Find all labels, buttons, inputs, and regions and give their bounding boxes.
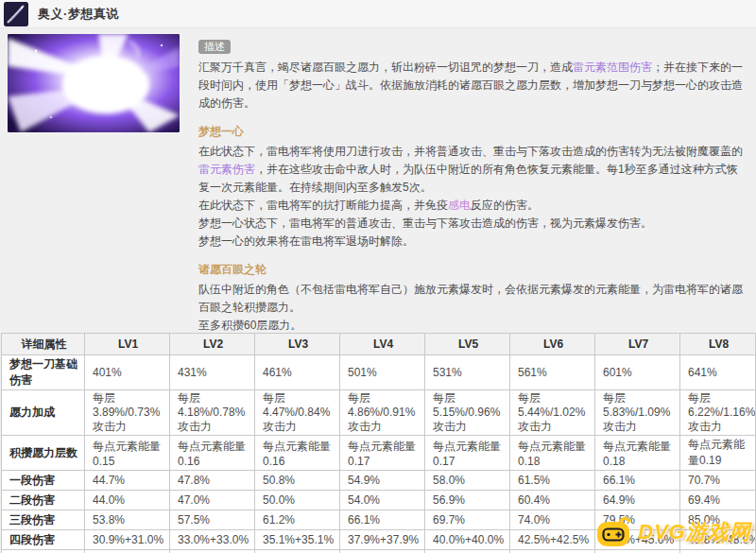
- burst-skill-icon: [4, 2, 28, 26]
- stat-cell: 每层5.15%/0.96% 攻击力: [425, 390, 510, 436]
- row-label: 五段伤害: [2, 550, 85, 553]
- stat-cell: 每点元素能量0.19: [680, 436, 756, 471]
- column-header: LV7: [595, 334, 680, 355]
- table-row: 一段伤害 44.7% 47.8% 50.8% 54.9% 58.0% 61.5%…: [2, 471, 756, 491]
- table-row: 五段伤害 73.9% 79.0% 84.0% 90.8% 95.8% 101.7…: [2, 550, 756, 553]
- stat-cell: 58.0%: [425, 471, 510, 491]
- skill-header: 奥义·梦想真说: [0, 0, 756, 28]
- stat-cell: 85.0%: [680, 510, 756, 530]
- stat-cell: 79.0%: [170, 550, 255, 553]
- stat-cell: 90.8%: [340, 550, 425, 553]
- stat-cell: 66.1%: [595, 471, 680, 491]
- stat-cell: 每点元素能量0.18: [595, 436, 680, 471]
- stat-cell: 74.0%: [510, 510, 595, 530]
- musou-isshin-paragraph: 在此状态下，雷电将军将使用刀进行攻击，并将普通攻击、重击与下落攻击造成的伤害转为…: [198, 143, 748, 197]
- stat-cell: 109.2%: [595, 550, 680, 553]
- stat-cell: 60.4%: [510, 491, 595, 510]
- stat-cell: 64.9%: [595, 491, 680, 510]
- stat-cell: 531%: [425, 355, 510, 390]
- stat-cell: 70.7%: [680, 471, 756, 491]
- description-badge: 描述: [198, 40, 231, 54]
- stat-cell: 47.0%: [170, 491, 255, 510]
- stat-cell: 每层5.83%/1.09% 攻击力: [595, 390, 680, 436]
- column-header: LV3: [255, 334, 340, 355]
- stat-cell: 56.9%: [425, 491, 510, 510]
- desc-text: ，并在这些攻击命中敌人时，为队伍中附近的所有角色恢复元素能量。每1秒至多通过这种…: [198, 163, 738, 194]
- column-header: LV5: [425, 334, 510, 355]
- table-row: 梦想一刀基础伤害 401% 431% 461% 501% 531% 561% 6…: [2, 355, 756, 390]
- stat-cell: 601%: [595, 355, 680, 390]
- stat-cell: 116.9%: [680, 550, 756, 553]
- column-header: LV4: [340, 334, 425, 355]
- stat-cell: 每点元素能量0.17: [340, 436, 425, 471]
- stat-cell: 每层3.89%/0.73% 攻击力: [85, 390, 170, 436]
- desc-paragraph: 汇聚万千真言，竭尽诸愿百眼之愿力，斩出粉碎一切诅咒的梦想一刀，造成雷元素范围伤害…: [198, 59, 748, 112]
- desc-text: 在此状态下，雷电将军将使用刀进行攻击，并将普通攻击、重击与下落攻击造成的伤害转为…: [198, 145, 743, 158]
- stat-cell: 641%: [680, 355, 756, 390]
- stat-cell: 42.5%+42.5%: [510, 530, 595, 550]
- table-header-row: 详细属性 LV1 LV2 LV3 LV4 LV5 LV6 LV7 LV8: [2, 334, 756, 355]
- section-heading-musou-isshin: 梦想一心: [198, 123, 748, 141]
- sparkle-mark: w: [717, 535, 725, 545]
- desc-text: 反应的伤害。: [471, 199, 539, 212]
- stat-cell: 33.0%+33.0%: [170, 530, 255, 550]
- stat-cell: 每层4.18%/0.78% 攻击力: [170, 390, 255, 436]
- musou-isshin-paragraph: 在此状态下，雷电将军的抗打断能力提高，并免疫感电反应的伤害。: [198, 197, 748, 215]
- musou-isshin-paragraph: 梦想一心状态下，雷电将军的普通攻击、重击与下落攻击造成的伤害，视为元素爆发伤害。: [198, 215, 748, 233]
- stat-cell: 61.2%: [255, 510, 340, 530]
- stat-cell: 40.0%+40.0%: [425, 530, 510, 550]
- stat-cell: 561%: [510, 355, 595, 390]
- stat-cell: 47.8%: [170, 471, 255, 491]
- stat-cell: 37.9%+37.9%: [340, 530, 425, 550]
- stat-cell: 30.9%+31.0%: [85, 530, 170, 550]
- stat-cell: 50.0%: [255, 491, 340, 510]
- stat-cell: 每层5.44%/1.02% 攻击力: [510, 390, 595, 436]
- stat-cell: 每点元素能量0.16: [170, 436, 255, 471]
- desc-text: 在此状态下，雷电将军的抗打断能力提高，并免疫: [198, 199, 448, 212]
- row-label: 积攒愿力层数: [2, 436, 85, 471]
- row-label: 梦想一刀基础伤害: [2, 355, 85, 390]
- musou-isshin-paragraph: 梦想一心的效果将在雷电将军退场时解除。: [198, 233, 748, 251]
- stat-cell: 66.1%: [340, 510, 425, 530]
- table-row: 四段伤害 30.9%+31.0% 33.0%+33.0% 35.1%+35.1%…: [2, 530, 756, 550]
- stat-cell: 501%: [340, 355, 425, 390]
- stat-cell: 73.9%: [85, 550, 170, 553]
- table-row: 积攒愿力层数 每点元素能量0.15 每点元素能量0.16 每点元素能量0.16 …: [2, 436, 756, 471]
- desc-text: 汇聚万千真言，竭尽诸愿百眼之愿力，斩出粉碎一切诅咒的梦想一刀，造成: [198, 60, 573, 74]
- stat-cell: 每点元素能量0.15: [85, 436, 170, 471]
- row-label: 四段伤害: [2, 530, 85, 550]
- table-row: 愿力加成 每层3.89%/0.73% 攻击力 每层4.18%/0.78% 攻击力…: [2, 390, 756, 436]
- chakra-paragraph: 至多积攒60层愿力。: [198, 317, 748, 333]
- stat-cell: 69.4%: [680, 491, 756, 510]
- electro-dmg-link[interactable]: 雷元素伤害: [198, 163, 255, 176]
- stat-cell: 45.6%+45.6%: [595, 530, 680, 550]
- column-header: LV8: [680, 334, 756, 355]
- column-header: LV1: [85, 334, 170, 355]
- row-label: 愿力加成: [2, 390, 85, 436]
- stat-cell: 35.1%+35.1%: [255, 530, 340, 550]
- skill-stats-table: 详细属性 LV1 LV2 LV3 LV4 LV5 LV6 LV7 LV8 梦想一…: [1, 333, 756, 553]
- electro-aoe-dmg-link[interactable]: 雷元素范围伤害: [573, 60, 652, 74]
- stat-cell: 84.0%: [255, 550, 340, 553]
- sparkle-mark: w: [696, 535, 704, 545]
- stat-cell: 每层6.22%/1.16% 攻击力: [680, 390, 756, 436]
- stat-cell: 每点元素能量0.16: [255, 436, 340, 471]
- stat-cell: 401%: [85, 355, 170, 390]
- stat-cell: 每层4.47%/0.84% 攻击力: [255, 390, 340, 436]
- electro-charged-link[interactable]: 感电: [448, 199, 471, 212]
- row-label: 三段伤害: [2, 510, 85, 530]
- stat-cell: 每点元素能量0.17: [425, 436, 510, 471]
- stat-cell: 54.9%: [340, 471, 425, 491]
- skill-artwork-image: [8, 34, 180, 132]
- table-row: 二段伤害 44.0% 47.0% 50.0% 54.0% 56.9% 60.4%…: [2, 491, 756, 510]
- skill-body: 描述 汇聚万千真言，竭尽诸愿百眼之愿力，斩出粉碎一切诅咒的梦想一刀，造成雷元素范…: [0, 28, 756, 333]
- stat-cell: 431%: [170, 355, 255, 390]
- stat-cell: 95.8%: [425, 550, 510, 553]
- stat-cell: 44.7%: [85, 471, 170, 491]
- stat-cell: 54.0%: [340, 491, 425, 510]
- stat-cell: 每点元素能量0.18: [510, 436, 595, 471]
- stat-cell: 44.0%: [85, 491, 170, 510]
- table-row: 三段伤害 53.8% 57.5% 61.2% 66.1% 69.7% 74.0%…: [2, 510, 756, 530]
- wiki-page: 奥义·梦想真说: [0, 0, 756, 553]
- stat-cell: 101.7%: [510, 550, 595, 553]
